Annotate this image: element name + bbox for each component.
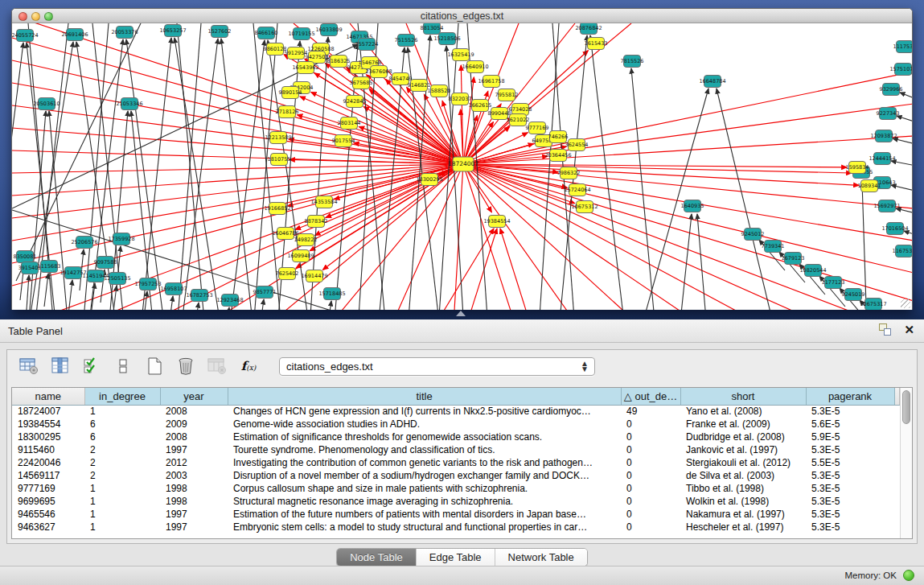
column-header-name[interactable]: name bbox=[12, 388, 84, 405]
table-cell[interactable]: Tibbo et al. (1998) bbox=[680, 482, 806, 495]
table-cell[interactable]: 1998 bbox=[160, 495, 228, 508]
table-row[interactable]: 2242004622012Investigating the contribut… bbox=[12, 456, 900, 469]
table-row[interactable]: 1456911722003Disruption of a novel membe… bbox=[12, 469, 900, 482]
row-height-icon[interactable] bbox=[113, 356, 133, 377]
table-cell[interactable]: 2009 bbox=[160, 418, 228, 431]
table-cell[interactable]: Wolkin et al. (1998) bbox=[680, 495, 806, 508]
table-cell[interactable]: 14569117 bbox=[12, 469, 84, 482]
table-cell[interactable]: 5.3E-5 bbox=[806, 521, 894, 534]
table-row[interactable]: 946362711997Embryonic stem cells: a mode… bbox=[12, 521, 900, 534]
table-cell[interactable]: 2012 bbox=[160, 456, 228, 469]
table-cell[interactable]: 9465546 bbox=[12, 508, 84, 521]
table-cell[interactable]: 1997 bbox=[160, 521, 228, 534]
table-row[interactable]: 1938455462009Genome-wide association stu… bbox=[12, 418, 900, 431]
table-cell[interactable]: 2003 bbox=[160, 469, 228, 482]
table-settings-icon[interactable] bbox=[18, 356, 39, 377]
window-titlebar[interactable]: citations_edges.txt bbox=[12, 9, 912, 23]
column-header-out_de[interactable]: △ out_de… bbox=[621, 388, 680, 405]
table-cell[interactable]: Changes of HCN gene expression and I(f) … bbox=[228, 405, 621, 418]
table-cell[interactable]: 0 bbox=[621, 469, 680, 482]
table-cell[interactable]: Yano et al. (2008) bbox=[680, 405, 806, 418]
table-cell[interactable]: Tourette syndrome. Phenomenology and cla… bbox=[228, 443, 621, 456]
column-header-title[interactable]: title bbox=[228, 388, 621, 405]
network-view-window[interactable]: citations_edges.txt 24055724206914062005… bbox=[11, 8, 913, 310]
scrollbar-thumb[interactable] bbox=[902, 390, 910, 424]
network-graph[interactable]: 2405572420691406200533761065325715276028… bbox=[12, 23, 912, 310]
table-cell[interactable]: Hescheler et al. (1997) bbox=[680, 521, 806, 534]
table-cell[interactable]: 1997 bbox=[160, 508, 228, 521]
table-cell[interactable]: 1 bbox=[84, 482, 160, 495]
table-cell[interactable]: 6 bbox=[84, 418, 160, 431]
table-row[interactable]: 1872400712008Changes of HCN gene express… bbox=[12, 405, 900, 418]
table-cell[interactable]: 5.9E-5 bbox=[806, 431, 894, 443]
window-resize-grip[interactable] bbox=[901, 299, 910, 308]
table-cell[interactable]: Embryonic stem cells: a model to study s… bbox=[228, 521, 621, 534]
column-header-in_degree[interactable]: in_degree bbox=[84, 388, 160, 405]
table-row[interactable]: 911546021997Tourette syndrome. Phenomeno… bbox=[12, 443, 900, 456]
table-cell[interactable]: 2008 bbox=[160, 431, 228, 443]
table-row[interactable]: 946554611997Estimation of the future num… bbox=[12, 508, 900, 521]
table-cell[interactable]: Structural magnetic resonance image aver… bbox=[228, 495, 621, 508]
table-cell[interactable]: Franke et al. (2009) bbox=[680, 418, 806, 431]
table-cell[interactable]: 0 bbox=[621, 508, 680, 521]
table-cell[interactable]: 2 bbox=[84, 469, 160, 482]
table-cell[interactable]: 0 bbox=[621, 443, 680, 456]
table-cell[interactable]: Stergiakouli et al. (2012) bbox=[680, 456, 806, 469]
delete-rows-icon[interactable] bbox=[175, 356, 196, 377]
table-cell[interactable]: 6 bbox=[84, 431, 160, 443]
table-cell[interactable]: 2 bbox=[84, 456, 160, 469]
table-cell[interactable]: 5.3E-5 bbox=[806, 482, 894, 495]
table-cell[interactable]: Dudbridge et al. (2008) bbox=[680, 431, 806, 443]
column-header-short[interactable]: short bbox=[680, 388, 806, 405]
table-cell[interactable]: de Silva et al. (2003) bbox=[680, 469, 806, 482]
select-columns-icon[interactable] bbox=[81, 356, 102, 377]
table-cell[interactable]: 9699695 bbox=[12, 495, 84, 508]
column-header-year[interactable]: year bbox=[160, 388, 228, 405]
float-panel-icon[interactable] bbox=[879, 323, 893, 336]
column-header-pagerank[interactable]: pagerank bbox=[806, 388, 894, 405]
table-cell[interactable]: Disruption of a novel member of a sodium… bbox=[228, 469, 621, 482]
node-table-grid[interactable]: namein_degreeyeartitle△ out_de…shortpage… bbox=[12, 388, 900, 534]
table-cell[interactable]: 5.3E-5 bbox=[806, 443, 894, 456]
function-builder-icon[interactable]: f(x) bbox=[238, 356, 259, 377]
table-cell[interactable]: 0 bbox=[621, 482, 680, 495]
table-cell[interactable]: 9463627 bbox=[12, 521, 84, 534]
table-cell[interactable]: 1 bbox=[84, 495, 160, 508]
table-cell[interactable]: 1 bbox=[84, 508, 160, 521]
table-cell[interactable]: 2008 bbox=[160, 405, 228, 418]
table-cell[interactable]: Nakamura et al. (1997) bbox=[680, 508, 806, 521]
table-cell[interactable]: Genome-wide association studies in ADHD. bbox=[228, 418, 621, 431]
table-cell[interactable]: Jankovic et al. (1997) bbox=[680, 443, 806, 456]
table-select-dropdown[interactable]: citations_edges.txt ▲▼ bbox=[279, 357, 595, 376]
show-column-icon[interactable] bbox=[50, 356, 71, 377]
table-cell[interactable]: Estimation of the future numbers of pati… bbox=[228, 508, 621, 521]
table-cell[interactable]: 0 bbox=[621, 456, 680, 469]
table-cell[interactable]: 19384554 bbox=[12, 418, 84, 431]
table-vertical-scrollbar[interactable] bbox=[900, 388, 912, 538]
tab-network-table[interactable]: Network Table bbox=[495, 549, 587, 566]
table-row[interactable]: 1830029562008Estimation of significance … bbox=[12, 431, 900, 443]
table-row[interactable]: 969969511998Structural magnetic resonanc… bbox=[12, 495, 900, 508]
table-cell[interactable]: 2 bbox=[84, 443, 160, 456]
table-cell[interactable]: Investigating the contribution of common… bbox=[228, 456, 621, 469]
network-canvas[interactable]: 2405572420691406200533761065325715276028… bbox=[12, 23, 912, 310]
table-cell[interactable]: 0 bbox=[621, 495, 680, 508]
table-cell[interactable]: 5.3E-5 bbox=[806, 508, 894, 521]
table-cell[interactable]: 22420046 bbox=[12, 456, 84, 469]
table-cell[interactable]: 1 bbox=[84, 521, 160, 534]
table-cell[interactable]: 1997 bbox=[160, 443, 228, 456]
table-cell[interactable]: 49 bbox=[621, 405, 680, 418]
tab-node-table[interactable]: Node Table bbox=[337, 549, 417, 566]
table-cell[interactable]: 0 bbox=[621, 521, 680, 534]
table-row[interactable]: 977716911998Corpus callosum shape and si… bbox=[12, 482, 900, 495]
new-table-icon[interactable] bbox=[144, 356, 165, 377]
table-cell[interactable]: 18300295 bbox=[12, 431, 84, 443]
table-cell[interactable]: Estimation of significance thresholds fo… bbox=[228, 431, 621, 443]
table-cell[interactable]: 1 bbox=[84, 405, 160, 418]
table-cell[interactable]: 1998 bbox=[160, 482, 228, 495]
table-cell[interactable]: 5.6E-5 bbox=[806, 418, 894, 431]
close-panel-icon[interactable]: ✕ bbox=[904, 323, 914, 336]
split-pane-divider-handle[interactable] bbox=[456, 311, 466, 316]
table-cell[interactable]: 5.5E-5 bbox=[806, 456, 894, 469]
table-cell[interactable]: 5.3E-5 bbox=[806, 405, 894, 418]
